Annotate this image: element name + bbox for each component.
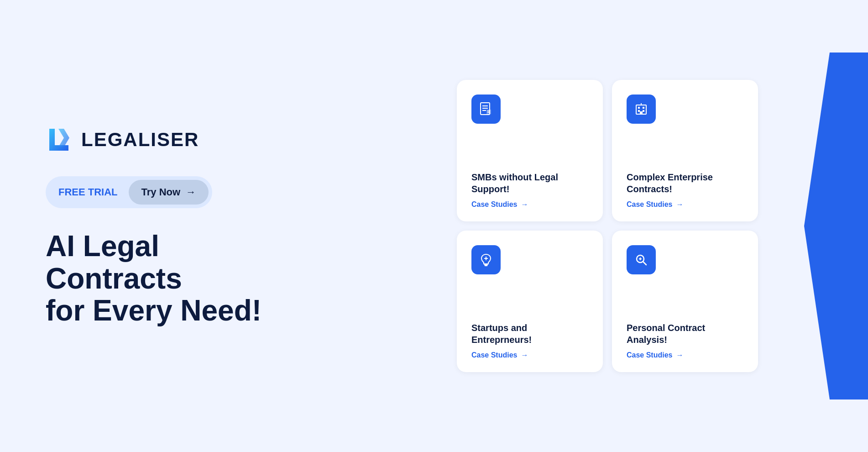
- try-now-arrow-icon: →: [186, 186, 196, 198]
- card-smb-body: SMBs without Legal Support! Case Studies…: [471, 131, 588, 209]
- card-startup-body: Startups and Entreprneurs! Case Studies …: [471, 282, 588, 359]
- try-now-label: Try Now: [141, 186, 181, 198]
- cards-grid: SMBs without Legal Support! Case Studies…: [457, 80, 758, 372]
- lightbulb-icon: [471, 245, 501, 274]
- card-startup: Startups and Entreprneurs! Case Studies …: [457, 231, 603, 372]
- search-contract-icon: [627, 245, 656, 274]
- logo-text: LEGALISER: [81, 129, 199, 151]
- svg-rect-11: [643, 110, 644, 112]
- card-personal-link[interactable]: Case Studies →: [627, 351, 743, 359]
- card-enterprise: Complex Enterprise Contracts! Case Studi…: [612, 80, 758, 221]
- card-personal-title: Personal Contract Analysis!: [627, 322, 743, 346]
- right-section: SMBs without Legal Support! Case Studies…: [329, 53, 868, 399]
- headline-line2: for Every Need!: [46, 294, 292, 326]
- card-enterprise-arrow-icon: →: [676, 200, 683, 209]
- document-list-icon: [471, 95, 501, 124]
- svg-rect-10: [638, 110, 640, 112]
- try-now-area: Try Now →: [129, 180, 209, 205]
- headline-line1: AI Legal Contracts: [46, 230, 292, 294]
- card-enterprise-body: Complex Enterprise Contracts! Case Studi…: [627, 131, 743, 209]
- legaliser-logo-icon: [46, 125, 75, 154]
- card-smb-title: SMBs without Legal Support!: [471, 171, 588, 195]
- card-startup-title: Startups and Entreprneurs!: [471, 322, 588, 346]
- free-trial-label: FREE TRIAL: [58, 186, 129, 198]
- building-icon: [627, 95, 656, 124]
- cta-button[interactable]: FREE TRIAL Try Now →: [46, 176, 212, 208]
- card-smb: SMBs without Legal Support! Case Studies…: [457, 80, 603, 221]
- card-smb-arrow-icon: →: [521, 200, 528, 209]
- logo-area: LEGALISER: [46, 125, 292, 154]
- left-section: LEGALISER FREE TRIAL Try Now → AI Legal …: [0, 89, 329, 363]
- card-personal: Personal Contract Analysis! Case Studies…: [612, 231, 758, 372]
- headline: AI Legal Contracts for Every Need!: [46, 230, 292, 326]
- card-smb-link[interactable]: Case Studies →: [471, 200, 588, 209]
- svg-rect-4: [486, 110, 491, 114]
- card-enterprise-link[interactable]: Case Studies →: [627, 200, 743, 209]
- card-startup-arrow-icon: →: [521, 351, 528, 359]
- right-bg-shape: [804, 53, 868, 399]
- svg-rect-9: [643, 107, 644, 109]
- svg-rect-12: [640, 111, 643, 114]
- svg-line-19: [643, 262, 646, 265]
- card-personal-body: Personal Contract Analysis! Case Studies…: [627, 282, 743, 359]
- card-startup-link[interactable]: Case Studies →: [471, 351, 588, 359]
- card-enterprise-title: Complex Enterprise Contracts!: [627, 171, 743, 195]
- svg-rect-8: [638, 107, 640, 109]
- card-personal-arrow-icon: →: [676, 351, 683, 359]
